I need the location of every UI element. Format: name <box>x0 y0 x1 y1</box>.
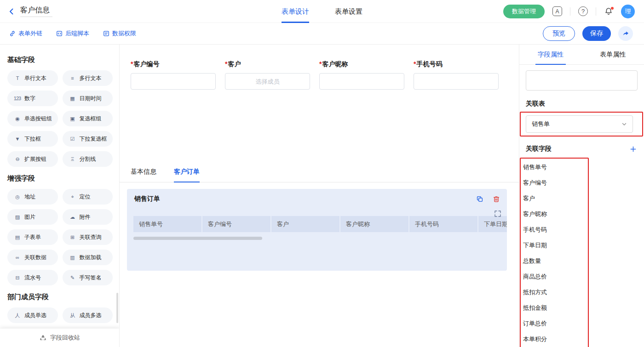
data-manage-button[interactable]: 数据管理 <box>503 5 545 18</box>
section-title-basic-fields: 基础字段 <box>7 56 113 64</box>
member-single-icon: 人 <box>13 312 21 319</box>
subtable-column-header[interactable]: 手机号码 <box>409 216 477 232</box>
delete-button[interactable] <box>492 195 500 203</box>
subtable-column-header[interactable]: 下单日期 <box>478 216 507 232</box>
sidebar-scrollbar[interactable] <box>116 293 118 323</box>
field-item-dropdown-multi[interactable]: ☑ 下拉复选框 <box>63 131 113 147</box>
form-toolbar: 表单外链 后端脚本 数据权限 预览 保存 <box>0 23 644 45</box>
related-field-item[interactable]: 抵扣方式 <box>521 284 588 300</box>
tab-form-properties[interactable]: 表单属性 <box>582 45 644 64</box>
save-button[interactable]: 保存 <box>582 26 611 41</box>
backend-script-link[interactable]: 后端脚本 <box>56 29 89 38</box>
field-item-divider[interactable]: Ξ 分割线 <box>63 151 113 167</box>
field-item-signature[interactable]: ✎ 手写签名 <box>63 270 113 285</box>
location-icon: ⌖ <box>69 194 76 200</box>
field-item-number[interactable]: 123 数字 <box>7 91 58 106</box>
section-title-member-fields: 部门成员字段 <box>7 293 113 301</box>
related-field-item[interactable]: 总数量 <box>521 253 588 269</box>
subtable-column-header[interactable]: 销售单号 <box>133 216 201 232</box>
toolbar-link-label: 表单外链 <box>18 29 42 38</box>
field-item-image[interactable]: ▨ 图片 <box>7 209 58 225</box>
back-button[interactable] <box>7 7 16 16</box>
field-item-related-query[interactable]: ⊞ 关联查询 <box>63 229 113 245</box>
related-field-item[interactable]: 商品总价 <box>521 269 588 284</box>
toolbar-link-label: 数据权限 <box>112 29 136 38</box>
signature-icon: ✎ <box>69 275 76 281</box>
help-icon[interactable]: ? <box>578 6 588 16</box>
member-fields-grid: 人 成员单选 从 成员多选 <box>7 307 113 323</box>
form-field-customer[interactable]: 客户 <box>225 60 310 90</box>
form-field-customer-nickname[interactable]: 客户昵称 <box>319 60 404 90</box>
tab-basic-info[interactable]: 基本信息 <box>131 168 156 182</box>
extend-button-icon: ⊖ <box>13 156 21 162</box>
preview-button[interactable]: 预览 <box>543 26 575 41</box>
add-related-field-button[interactable] <box>630 146 638 153</box>
chevron-down-icon <box>621 121 627 127</box>
subtable-column-header[interactable]: 客户编号 <box>202 216 270 232</box>
field-item-data-load[interactable]: ▥ 数据加载 <box>63 250 113 265</box>
field-label: 客户 <box>225 60 310 68</box>
related-field-item[interactable]: 客户昵称 <box>521 206 588 222</box>
field-item-dropdown[interactable]: ▼ 下拉框 <box>7 131 58 147</box>
related-field-item[interactable]: 销售单号 <box>521 159 588 175</box>
related-fields-list: 销售单号 客户编号 客户 客户昵称 手机号码 下单日期 总数量 商品总价 抵扣方… <box>521 159 588 347</box>
form-field-mobile[interactable]: 手机号码 <box>414 60 499 90</box>
header-divider <box>596 7 596 16</box>
field-item-address[interactable]: ◎ 地址 <box>7 189 58 205</box>
customer-member-picker[interactable] <box>225 73 310 90</box>
field-item-member-single[interactable]: 人 成员单选 <box>7 307 58 323</box>
field-item-attachment[interactable]: ☁ 附件 <box>63 209 113 225</box>
notification-icon[interactable] <box>604 7 613 16</box>
mobile-input[interactable] <box>414 73 499 90</box>
customer-no-input[interactable] <box>131 73 216 90</box>
field-item-member-multi[interactable]: 从 成员多选 <box>63 307 113 323</box>
tab-form-settings[interactable]: 表单设置 <box>335 0 362 23</box>
field-item-radio-group[interactable]: ◉ 单选按钮组 <box>7 111 58 126</box>
subtable-sales-order[interactable]: 销售订单 销售单号 客户编号 客户 <box>127 189 507 271</box>
field-recycle-bin[interactable]: 字段回收站 <box>0 329 120 347</box>
customer-nickname-input[interactable] <box>319 73 404 90</box>
related-field-item[interactable]: 本单积分 <box>521 331 588 347</box>
related-field-item[interactable]: 客户 <box>521 191 588 206</box>
field-label: 手机号码 <box>414 60 499 68</box>
recycle-label: 字段回收站 <box>50 334 80 342</box>
subtable-scrollbar[interactable] <box>133 237 262 240</box>
related-field-item[interactable]: 下单日期 <box>521 238 588 253</box>
data-permission-link[interactable]: 数据权限 <box>103 29 136 38</box>
fullscreen-button[interactable] <box>494 210 501 217</box>
member-multi-icon: 从 <box>69 312 76 319</box>
language-icon[interactable]: A <box>552 6 562 16</box>
related-field-item[interactable]: 订单总价 <box>521 316 588 331</box>
field-item-checkbox-group[interactable]: ▣ 复选框组 <box>63 111 113 126</box>
property-input[interactable] <box>526 70 638 91</box>
tab-form-design[interactable]: 表单设计 <box>282 0 309 23</box>
header-left: 客户信息 <box>7 6 52 17</box>
subtable-column-header[interactable]: 客户昵称 <box>340 216 408 232</box>
form-external-link[interactable]: 表单外链 <box>9 29 42 38</box>
field-item-serial-number[interactable]: ⊟ 流水号 <box>7 270 58 285</box>
subtable-column-header[interactable]: 客户 <box>271 216 339 232</box>
copy-button[interactable] <box>476 195 484 203</box>
trash-icon <box>492 195 500 203</box>
field-item-single-line-text[interactable]: T 单行文本 <box>7 70 58 86</box>
related-field-item[interactable]: 手机号码 <box>521 222 588 238</box>
field-item-multi-line-text[interactable]: ≡ 多行文本 <box>63 70 113 86</box>
form-field-customer-no[interactable]: 客户编号 <box>131 60 216 90</box>
tab-customer-orders[interactable]: 客户订单 <box>174 168 200 182</box>
field-item-location[interactable]: ⌖ 定位 <box>63 189 113 205</box>
field-item-subform[interactable]: ▤ 子表单 <box>7 229 58 245</box>
related-field-item[interactable]: 客户编号 <box>521 175 588 191</box>
share-button[interactable] <box>618 26 633 41</box>
field-item-extend-button[interactable]: ⊖ 扩展按钮 <box>7 151 58 167</box>
app-root: 客户信息 表单设计 表单设置 数据管理 A ? 理 表单外链 <box>0 0 644 347</box>
subtable-actions <box>476 195 500 203</box>
avatar[interactable]: 理 <box>621 5 635 18</box>
tab-field-properties[interactable]: 字段属性 <box>519 45 582 64</box>
field-item-datetime[interactable]: ▦ 日期时间 <box>63 91 113 106</box>
plus-icon <box>630 146 637 153</box>
number-icon: 123 <box>13 96 21 101</box>
related-field-item[interactable]: 抵扣金额 <box>521 300 588 316</box>
chevron-left-icon <box>7 7 16 16</box>
related-table-select[interactable]: 销售单 <box>526 115 633 133</box>
field-item-related-data[interactable]: ∞ 关联数据 <box>7 250 58 265</box>
